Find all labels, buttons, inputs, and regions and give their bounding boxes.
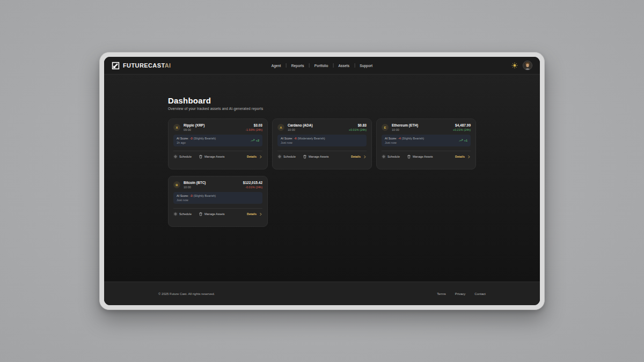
schedule-button[interactable]: Schedule [173,212,192,216]
details-button[interactable]: Details [247,212,262,216]
gear-icon [277,154,282,159]
futurecast-logo-icon [112,62,120,70]
ai-updated-time: Just now [385,141,424,144]
nav-divider [286,63,287,68]
asset-change: +0.21% (24h) [453,128,471,131]
ai-updated-time: 1h ago [177,141,216,144]
footer-link-privacy[interactable]: Privacy [455,292,466,295]
asset-card-ripple[interactable]: X Ripple (XRP) 09:00 $3.03 -1.93% (24h) [168,119,268,169]
ai-score-desc: (Slightly Bearish) [402,137,425,140]
ai-score-value: -6 [294,137,297,140]
brand-name: FUTURECASTAI [123,62,171,69]
ai-score-label: AI Score: [281,137,293,140]
asset-name: Bitcoin (BTC) [184,181,206,184]
trash-icon [199,212,203,216]
asset-card-grid: X Ripple (XRP) 09:00 $3.03 -1.93% (24h) [168,119,476,227]
ai-score-desc: (Slightly Bearish) [194,194,216,197]
trend-badge: +1 [459,138,467,143]
chevron-right-icon [259,155,262,159]
ai-updated-time: Just now [281,141,325,144]
nav-divider [309,63,310,68]
gear-icon [173,212,178,216]
manage-assets-button[interactable]: Manage Assets [407,154,433,159]
app-screen: FUTURECASTAI Agent Reports Portfolio Ass… [104,57,540,305]
ai-score-panel: AI Score:-6(Moderately Bearish) Just now [277,135,367,146]
ai-score-value: -4 [398,137,401,140]
asset-card-cardano[interactable]: A Cardano (ADA) 10:00 $0.83 +0.01% (24h) [272,119,372,169]
asset-avatar: E [382,124,389,131]
details-button[interactable]: Details [351,155,367,159]
asset-time: 10:00 [288,128,313,131]
schedule-button[interactable]: Schedule [277,154,296,159]
nav-item-support[interactable]: Support [360,64,372,68]
ai-score-label: AI Score: [177,194,189,197]
footer-links: Terms Privacy Contact [437,292,486,295]
asset-name: Ripple (XRP) [184,123,204,127]
ai-score-label: AI Score: [177,137,189,140]
theme-toggle-button[interactable] [511,62,518,69]
app-header: FUTURECASTAI Agent Reports Portfolio Ass… [104,57,540,75]
nav-divider [333,63,333,68]
nav-divider [354,63,355,68]
ai-score-panel: AI Score:-3(Slightly Bearish) Just now [173,192,262,204]
ai-score-label: AI Score: [385,137,397,140]
trending-up-icon [251,138,255,143]
trash-icon [407,154,411,159]
details-button[interactable]: Details [455,155,471,159]
asset-name: Ethereum (ETH) [392,123,418,127]
asset-price: $122,015.42 [243,181,262,184]
asset-card-ethereum[interactable]: E Ethereum (ETH) 10:00 $4,487.99 +0.21% … [376,119,476,169]
asset-change: -0.01% (24h) [243,186,262,189]
brand-logo[interactable]: FUTURECASTAI [112,62,171,70]
main-nav: Agent Reports Portfolio Assets Support [272,63,373,68]
ai-score-desc: (Moderately Bearish) [298,137,325,140]
main-content: Dashboard Overview of your tracked asset… [104,75,540,282]
trash-icon [199,154,203,159]
manage-assets-button[interactable]: Manage Assets [303,154,329,159]
footer-link-contact[interactable]: Contact [474,292,486,295]
asset-card-bitcoin[interactable]: B Bitcoin (BTC) 10:00 $122,015.42 -0.01%… [168,176,268,227]
schedule-button[interactable]: Schedule [173,154,192,159]
asset-avatar: B [173,181,180,188]
asset-name: Cardano (ADA) [288,123,313,127]
nav-item-assets[interactable]: Assets [338,64,349,68]
gear-icon [382,154,386,159]
copyright-text: © 2025 Future Cast. All rights reserved. [158,292,215,295]
device-frame: FUTURECASTAI Agent Reports Portfolio Ass… [99,52,545,310]
user-avatar[interactable] [523,61,532,70]
asset-avatar: A [277,124,284,131]
trash-icon [303,154,307,159]
asset-time: 10:00 [184,186,206,189]
avatar-image [523,61,532,70]
nav-item-agent[interactable]: Agent [272,64,281,68]
nav-item-reports[interactable]: Reports [291,64,304,68]
trend-badge: +2 [251,138,259,143]
card-divider [382,151,471,151]
ai-score-desc: (Slightly Bearish) [194,137,216,140]
header-actions [511,61,532,70]
footer-link-terms[interactable]: Terms [437,292,445,295]
gear-icon [173,154,178,159]
card-divider [173,208,262,209]
app-footer: © 2025 Future Cast. All rights reserved.… [104,282,540,305]
ai-score-value: -3 [190,194,193,197]
card-divider [173,151,262,151]
chevron-right-icon [363,155,367,159]
schedule-button[interactable]: Schedule [382,154,400,159]
trending-up-icon [459,138,463,143]
details-button[interactable]: Details [247,155,262,159]
asset-avatar: X [173,124,180,131]
page-subtitle: Overview of your tracked assets and AI-g… [168,107,476,110]
ai-score-panel: AI Score:-4(Slightly Bearish) Just now +… [382,135,471,146]
chevron-right-icon [467,155,471,159]
page-title: Dashboard [168,96,476,105]
nav-item-portfolio[interactable]: Portfolio [314,64,328,68]
manage-assets-button[interactable]: Manage Assets [199,212,225,216]
asset-time: 10:00 [392,128,418,131]
asset-change: -1.93% (24h) [245,128,262,131]
ai-score-value: -3 [190,137,193,140]
asset-price: $0.83 [349,123,367,127]
asset-price: $3.03 [245,123,262,127]
asset-time: 09:00 [184,128,204,131]
manage-assets-button[interactable]: Manage Assets [199,154,225,159]
